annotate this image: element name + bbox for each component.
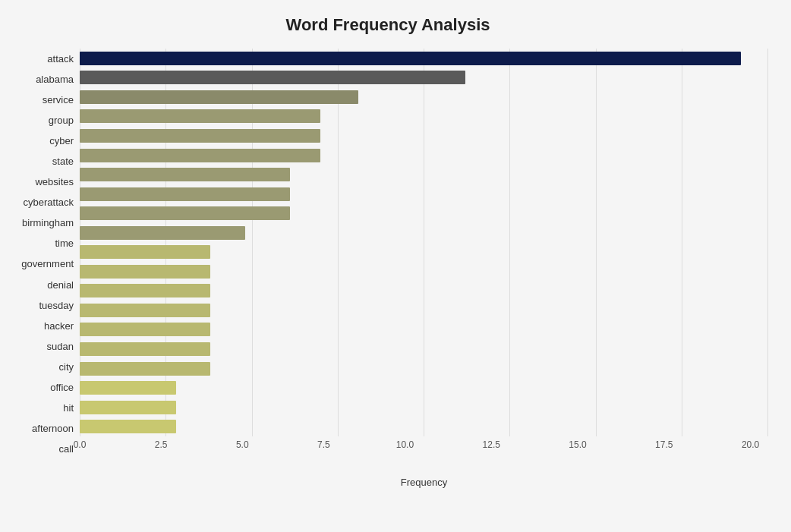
y-label: call [58,444,74,454]
y-label: sudan [47,342,74,351]
chart-title: Word Frequency Analysis [8,15,768,35]
bar-row [80,50,768,67]
chart-area: attackalabamaservicegroupcyberstatewebsi… [8,49,768,459]
y-label: cyberattack [24,197,74,207]
bar-row [80,166,768,183]
bar-row [80,379,768,396]
bar [80,245,210,259]
bar [80,265,210,279]
y-label: websites [35,177,74,187]
bar [80,323,210,336]
y-label: group [49,115,74,125]
bar-row [80,127,768,144]
bar-row [80,244,768,260]
bar [80,206,290,220]
bar [80,149,320,162]
bar-row [80,263,768,280]
bar [80,226,245,240]
bar [80,304,210,317]
bars-area [80,49,768,459]
y-label: time [55,238,74,248]
y-label: afternoon [32,423,74,433]
bars-and-grid: Frequency 0.02.55.07.510.012.515.017.520… [80,49,768,459]
chart-container: Word Frequency Analysis attackalabamaser… [0,0,791,532]
bar [80,420,176,433]
bar-row [80,108,768,124]
bar [80,284,210,297]
bar [80,52,741,65]
y-labels: attackalabamaservicegroupcyberstatewebsi… [8,49,80,459]
y-label: hit [63,403,74,413]
bar [80,401,176,414]
y-label: tuesday [39,301,74,310]
bar [80,187,290,201]
bar-row [80,147,768,164]
y-label: city [59,362,74,372]
bar [80,362,210,376]
bar-row [80,186,768,203]
y-label: hacker [44,321,74,331]
y-label: service [43,95,74,105]
x-axis-label: Frequency [401,477,447,488]
bar-row [80,282,768,299]
bar-row [80,321,768,338]
bar [80,90,358,104]
bar-row [80,225,768,241]
bar-row [80,69,768,86]
y-label: denial [47,280,74,290]
bar-row [80,205,768,222]
bar [80,129,320,143]
y-label: office [50,382,74,392]
bar-row [80,418,768,435]
bar-row [80,302,768,319]
bar [80,342,210,356]
y-label: government [21,259,74,269]
y-label: birmingham [22,218,74,228]
bar [80,71,465,84]
y-label: state [52,156,74,166]
bar-row [80,89,768,105]
bar [80,381,176,395]
bar [80,168,290,181]
bar-row [80,399,768,416]
y-label: alabama [36,74,74,84]
y-label: cyber [49,136,74,146]
bar-row [80,341,768,357]
bar [80,109,320,123]
bar-row [80,360,768,377]
y-label: attack [47,54,74,64]
